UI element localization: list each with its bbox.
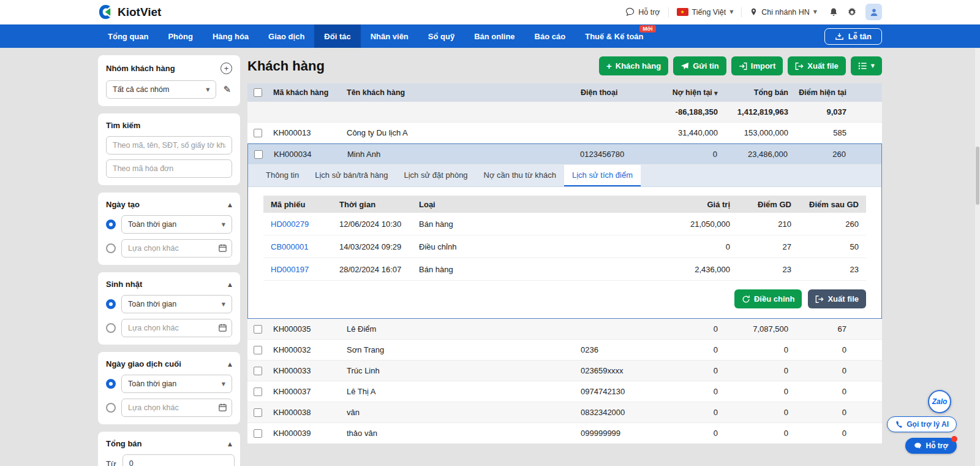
ai-assistant-label: Gọi trợ lý AI bbox=[907, 420, 949, 429]
hist-points: 210 bbox=[737, 220, 799, 229]
collapse-chevron-icon[interactable]: ▲ bbox=[228, 202, 232, 208]
radio-all-time[interactable] bbox=[106, 379, 116, 389]
radio-other[interactable] bbox=[106, 323, 116, 333]
customer-row[interactable]: KH000013 Công ty Du lịch A 31,440,000 15… bbox=[247, 123, 882, 143]
filter-all-select[interactable]: Toàn thời gian ▼ bbox=[121, 295, 232, 313]
filter-card-title: Ngày tạo bbox=[106, 200, 140, 209]
search-customer-input[interactable] bbox=[106, 136, 232, 155]
edit-group-pencil-icon[interactable]: ✎ bbox=[222, 83, 232, 96]
row-checkbox[interactable] bbox=[254, 367, 262, 375]
customer-row[interactable]: KH000034 Minh Anh 0123456780 0 23,486,00… bbox=[248, 144, 881, 165]
row-checkbox[interactable] bbox=[254, 150, 263, 159]
export-file-button[interactable]: Xuất file bbox=[788, 56, 846, 75]
reception-button[interactable]: Lễ tân bbox=[824, 28, 882, 45]
customer-group-value: Tất cả các nhóm bbox=[113, 85, 169, 94]
support-button[interactable]: Hỗ trợ bbox=[905, 438, 957, 454]
header-debt[interactable]: Nợ hiện tại▼ bbox=[655, 88, 723, 97]
radio-all-time[interactable] bbox=[106, 220, 116, 229]
customer-table-header: Mã khách hàng Tên khách hàng Điện thoại … bbox=[247, 83, 882, 102]
help-menu[interactable]: Hỗ trợ bbox=[619, 5, 666, 20]
history-table-header: Mã phiếu Thời gian Loại Giá trị Điểm GD … bbox=[263, 196, 866, 213]
zalo-button[interactable]: Zalo bbox=[928, 390, 951, 413]
detail-tab[interactable]: Nợ cần thu từ khách bbox=[476, 165, 564, 186]
detail-tab[interactable]: Lịch sử bán/trả hàng bbox=[307, 165, 396, 186]
nav-item[interactable]: Nhân viên bbox=[361, 25, 418, 48]
adjust-points-button[interactable]: Điều chỉnh bbox=[734, 289, 802, 308]
row-checkbox[interactable] bbox=[254, 429, 262, 438]
history-row: HD000279 12/06/2024 10:30 Bán hàng 21,05… bbox=[263, 213, 866, 235]
collapse-chevron-icon[interactable]: ▲ bbox=[228, 361, 232, 367]
radio-other[interactable] bbox=[106, 403, 116, 413]
language-menu[interactable]: ★ Tiếng Việt ▼ bbox=[670, 5, 741, 20]
add-customer-button[interactable]: + Khách hàng bbox=[599, 56, 668, 75]
nav-item[interactable]: Bán online bbox=[464, 25, 524, 48]
import-button[interactable]: Import bbox=[731, 56, 783, 75]
detail-export-button[interactable]: Xuất file bbox=[808, 289, 866, 308]
detail-tab[interactable]: Lịch sử đặt phòng bbox=[396, 165, 475, 186]
nav-item-label: Hàng hóa bbox=[213, 32, 249, 41]
cell-code: KH000013 bbox=[268, 128, 342, 137]
scrollbar-thumb[interactable] bbox=[976, 147, 979, 205]
branch-menu[interactable]: Chi nhánh HN ▼ bbox=[743, 5, 824, 20]
customer-row[interactable]: KH000037 Lê Thị A 0974742130 0 0 0 bbox=[247, 381, 882, 402]
brand-logo[interactable]: KiotViet bbox=[98, 4, 161, 20]
sidebar-filters: Ngày tạo ▲ Toàn thời gian ▼ Sinh nhật ▲ bbox=[98, 193, 240, 424]
nav-item[interactable]: Tổng quan bbox=[98, 25, 158, 48]
receipt-link[interactable]: HD000279 bbox=[263, 220, 332, 229]
history-row: CB000001 14/03/2024 09:29 Điều chỉnh 0 2… bbox=[263, 235, 866, 258]
filter-other-input[interactable] bbox=[121, 399, 232, 417]
receipt-link[interactable]: HD000197 bbox=[263, 265, 332, 274]
radio-all-time[interactable] bbox=[106, 299, 116, 309]
row-checkbox[interactable] bbox=[254, 408, 262, 417]
add-group-plus-icon[interactable]: + bbox=[221, 63, 232, 74]
settings-gear-icon[interactable] bbox=[843, 4, 861, 21]
search-invoice-input[interactable] bbox=[106, 159, 232, 178]
row-checkbox[interactable] bbox=[254, 388, 262, 396]
detail-tab[interactable]: Thông tin bbox=[258, 165, 307, 186]
ai-assistant-button[interactable]: Gọi trợ lý AI bbox=[887, 416, 957, 432]
send-message-button[interactable]: Gửi tin bbox=[673, 56, 726, 75]
customer-row[interactable]: KH000038 vân 0832342000 0 0 0 bbox=[247, 402, 882, 423]
detail-tab[interactable]: Lịch sử tích điểm bbox=[564, 165, 641, 186]
total-sold-from-input[interactable] bbox=[123, 454, 235, 466]
nav-item-label: Bán online bbox=[474, 32, 514, 41]
customer-group-select[interactable]: Tất cả các nhóm ▼ bbox=[106, 80, 216, 99]
nav-item[interactable]: Sổ quỹ bbox=[418, 25, 464, 48]
cell-name: Sơn Trang bbox=[342, 345, 576, 354]
nav-item-label: Phòng bbox=[168, 32, 192, 41]
hist-after: 23 bbox=[799, 265, 866, 274]
collapse-chevron-icon[interactable]: ▲ bbox=[228, 441, 232, 447]
nav-item-label: Báo cáo bbox=[535, 32, 566, 41]
filter-all-select[interactable]: Toàn thời gian ▼ bbox=[121, 375, 232, 393]
nav-item[interactable]: Giao dịch bbox=[258, 25, 314, 48]
divider bbox=[668, 7, 669, 17]
collapse-chevron-icon[interactable]: ▲ bbox=[228, 281, 232, 288]
select-all-checkbox[interactable] bbox=[254, 88, 262, 97]
nav-item[interactable]: Đối tác bbox=[314, 25, 360, 48]
summary-points: 9,037 bbox=[793, 107, 851, 116]
chevron-down-icon: ▼ bbox=[222, 222, 225, 227]
row-checkbox[interactable] bbox=[254, 325, 262, 334]
customer-row[interactable]: KH000039 thảo vân 099999999 0 0 0 bbox=[247, 423, 882, 444]
nav-item[interactable]: Phòng bbox=[158, 25, 202, 48]
user-avatar[interactable] bbox=[865, 4, 882, 20]
row-checkbox[interactable] bbox=[254, 129, 262, 137]
filter-all-select[interactable]: Toàn thời gian ▼ bbox=[121, 215, 232, 234]
notifications-bell-icon[interactable] bbox=[825, 4, 842, 21]
nav-item[interactable]: Thuế & Kế toán Mới bbox=[575, 25, 653, 48]
row-checkbox[interactable] bbox=[254, 346, 262, 354]
filter-other-input[interactable] bbox=[121, 319, 232, 337]
receipt-link[interactable]: CB000001 bbox=[263, 242, 332, 251]
customer-row[interactable]: KH000032 Sơn Trang 0236 0 0 0 bbox=[247, 340, 882, 361]
filter-card-title: Sinh nhật bbox=[106, 280, 142, 289]
nav-item[interactable]: Báo cáo bbox=[525, 25, 576, 48]
customer-row[interactable]: KH000035 Lê Điểm 0 7,087,500 67 bbox=[247, 319, 882, 340]
filter-other-input[interactable] bbox=[121, 239, 232, 258]
customer-group-title: Nhóm khách hàng bbox=[106, 64, 175, 73]
customer-row[interactable]: KH000033 Trúc Linh 023659xxxx 0 0 0 bbox=[247, 361, 882, 381]
nav-item[interactable]: Hàng hóa bbox=[203, 25, 258, 48]
cell-total: 153,000,000 bbox=[723, 128, 793, 137]
customer-table: Mã khách hàng Tên khách hàng Điện thoại … bbox=[247, 83, 882, 444]
radio-other[interactable] bbox=[106, 243, 116, 253]
list-view-menu-button[interactable]: ▼ bbox=[851, 56, 882, 75]
